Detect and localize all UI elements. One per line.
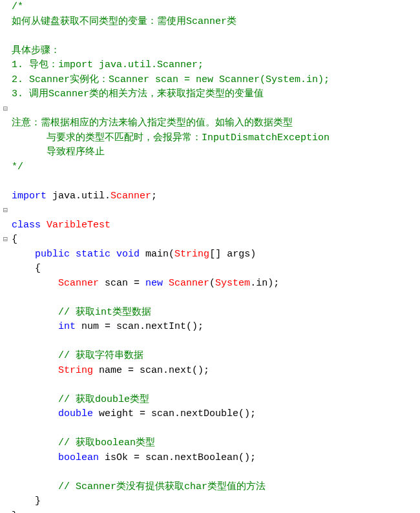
token-sys: System [215, 278, 250, 289]
code-line: int num = scan.nextInt(); [12, 320, 420, 335]
token-plain [12, 365, 58, 376]
gutter-blank [0, 44, 8, 59]
gutter-blank [0, 422, 8, 437]
token-plain: ( [209, 278, 215, 289]
code-line: import java.util.Scanner; [12, 189, 420, 204]
token-keyword: import [12, 191, 47, 202]
token-comment: 1. 导包：import java.util.Scanner; [12, 59, 204, 70]
token-comment: 注意：需根据相应的方法来输入指定类型的值。如输入的数据类型 [12, 118, 293, 129]
token-plain: } [12, 510, 17, 514]
token-comment: // 获取int类型数据 [58, 307, 151, 318]
token-plain: num = scan.nextInt(); [76, 321, 204, 332]
token-plain [41, 220, 47, 231]
code-line: 2. Scanner实例化：Scanner scan = new Scanner… [12, 73, 420, 88]
token-sys: String [58, 365, 93, 376]
code-line [12, 29, 420, 44]
gutter-blank [0, 378, 8, 393]
fold-marker-icon[interactable]: ⊟ [0, 102, 8, 117]
token-plain [163, 278, 169, 289]
token-keyword: static [76, 249, 110, 260]
fold-gutter: ⊟⊟⊟ [0, 0, 9, 513]
token-sys: Scanner [169, 278, 209, 289]
token-comment: // 获取boolean类型 [58, 437, 155, 448]
code-line: // 获取double类型 [12, 393, 420, 408]
code-line [12, 204, 420, 218]
gutter-blank [0, 436, 8, 451]
token-keyword: public [35, 249, 70, 260]
gutter-blank [0, 407, 8, 422]
token-plain [12, 394, 58, 405]
code-line: boolean isOk = scan.nextBoolean(); [12, 451, 420, 466]
code-line: double weight = scan.nextDouble(); [12, 407, 420, 422]
token-comment: 如何从键盘获取不同类型的变量：需使用Scanner类 [12, 16, 236, 27]
code-line: } [12, 494, 420, 509]
gutter-blank [0, 320, 8, 335]
code-line [12, 422, 420, 437]
code-area: /*如何从键盘获取不同类型的变量：需使用Scanner类 具体步骤：1. 导包：… [9, 0, 420, 513]
code-line: */ [12, 160, 420, 175]
gutter-blank [0, 218, 8, 233]
code-line: 具体步骤： [12, 44, 420, 59]
code-line [12, 335, 420, 350]
gutter-blank [0, 73, 8, 88]
token-comment: 3. 调用Scanner类的相关方法，来获取指定类型的变量值 [12, 89, 264, 99]
gutter-blank [0, 0, 8, 15]
token-plain: main( [140, 249, 174, 260]
token-comment: // 获取字符串数据 [58, 350, 143, 361]
code-line: 与要求的类型不匹配时，会报异常：InputDismatchException [12, 131, 420, 146]
code-line: { [12, 262, 420, 277]
fold-marker-icon[interactable]: ⊟ [0, 233, 8, 247]
code-line: class VaribleTest [12, 218, 420, 233]
code-line [12, 291, 420, 306]
code-line: /* [12, 0, 420, 15]
token-keyword: void [116, 249, 140, 260]
token-plain: isOk = scan.nextBoolean(); [99, 452, 256, 463]
token-plain [12, 278, 58, 289]
gutter-blank [0, 494, 8, 509]
token-keyword: class [12, 220, 41, 231]
gutter-blank [0, 29, 8, 44]
code-line: } [12, 509, 420, 514]
token-comment: /* [12, 1, 23, 12]
token-keyword: boolean [58, 452, 99, 463]
gutter-blank [0, 189, 8, 204]
code-editor: ⊟⊟⊟ /*如何从键盘获取不同类型的变量：需使用Scanner类 具体步骤：1.… [0, 0, 420, 513]
code-line: 导致程序终止 [12, 145, 420, 160]
gutter-blank [0, 335, 8, 350]
gutter-blank [0, 262, 8, 277]
code-line [12, 102, 420, 117]
gutter-blank [0, 480, 8, 495]
code-line: 注意：需根据相应的方法来输入指定类型的值。如输入的数据类型 [12, 116, 420, 131]
code-line: public static void main(String[] args) [12, 247, 420, 262]
code-line: String name = scan.next(); [12, 364, 420, 379]
token-plain: name = scan.next(); [93, 365, 209, 376]
token-plain: { [12, 263, 41, 274]
token-plain: java.util. [47, 191, 110, 202]
token-plain: } [12, 496, 41, 507]
token-comment: // Scanner类没有提供获取char类型值的方法 [58, 481, 266, 492]
token-plain [70, 249, 76, 260]
gutter-blank [0, 364, 8, 379]
token-plain [12, 321, 58, 332]
token-comment: 导致程序终止 [12, 147, 105, 158]
token-keyword: int [58, 321, 76, 332]
token-comment: 与要求的类型不匹配时，会报异常：InputDismatchException [12, 132, 330, 143]
gutter-blank [0, 174, 8, 189]
token-sys: Scanner [110, 191, 151, 202]
token-sys: Scanner [58, 278, 99, 289]
token-comment: 具体步骤： [12, 45, 60, 56]
gutter-blank [0, 465, 8, 480]
code-line [12, 378, 420, 393]
gutter-blank [0, 277, 8, 291]
gutter-blank [0, 349, 8, 364]
token-keyword: new [145, 278, 163, 289]
code-line: { [12, 233, 420, 247]
token-comment: 2. Scanner实例化：Scanner scan = new Scanner… [12, 74, 330, 85]
gutter-blank [0, 87, 8, 102]
token-plain: { [12, 234, 17, 245]
code-line: // 获取字符串数据 [12, 349, 420, 364]
gutter-blank [0, 306, 8, 320]
fold-marker-icon[interactable]: ⊟ [0, 204, 8, 218]
code-line: 如何从键盘获取不同类型的变量：需使用Scanner类 [12, 15, 420, 30]
code-line [12, 174, 420, 189]
